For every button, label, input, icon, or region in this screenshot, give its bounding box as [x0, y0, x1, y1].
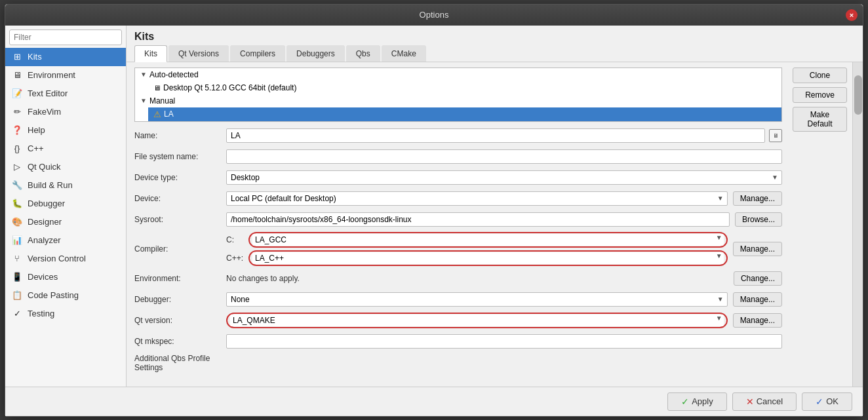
tab-cmake[interactable]: CMake — [382, 45, 426, 62]
sysroot-browse-button[interactable]: Browse... — [735, 212, 782, 227]
dialog-footer: ✓ Apply ✕ Cancel ✓ OK — [5, 387, 863, 416]
form-row-sysroot: Sysroot: Browse... — [134, 211, 782, 228]
tree-group-label: Manual — [149, 96, 175, 105]
debugger-select[interactable]: None — [226, 292, 728, 307]
close-button[interactable]: × — [846, 9, 858, 21]
sysroot-input[interactable] — [226, 212, 730, 227]
sidebar-item-kits[interactable]: ⊞ Kits — [5, 48, 126, 66]
cancel-x-icon: ✕ — [746, 396, 754, 407]
tab-qt-versions[interactable]: Qt Versions — [168, 45, 229, 62]
sidebar-item-version-control[interactable]: ⑂ Version Control — [5, 250, 126, 268]
tree-group-label: Auto-detected — [149, 70, 199, 79]
analyzer-icon: 📊 — [12, 235, 22, 246]
ok-check-icon: ✓ — [816, 396, 823, 407]
sidebar-item-code-pasting[interactable]: 📋 Code Pasting — [5, 286, 126, 305]
tree-auto-items: 🖥 Desktop Qt 5.12.0 GCC 64bit (default) — [135, 81, 781, 94]
sidebar-item-label: Analyzer — [28, 235, 61, 245]
warning-icon: ⚠ — [153, 109, 161, 119]
monitor-icon[interactable]: 🖥 — [769, 129, 782, 142]
debugger-icon: 🐛 — [12, 199, 22, 209]
tree-group-manual[interactable]: ▼ Manual — [135, 94, 781, 107]
filesystem-input[interactable] — [226, 149, 782, 164]
kits-left: ▼ Auto-detected 🖥 Desktop Qt 5.12.0 GCC … — [127, 62, 790, 387]
compiler-cxx-circled: LA_C++ ▼ — [248, 250, 728, 266]
qt-version-select[interactable]: LA_QMAKE — [230, 315, 724, 326]
qt-quick-icon: ▷ — [12, 162, 22, 172]
scrollbar-thumb[interactable] — [854, 75, 862, 115]
make-default-button[interactable]: Make Default — [793, 107, 847, 132]
environment-value: No changes to apply. — [226, 274, 728, 283]
compiler-cxx-label: C++: — [226, 254, 246, 263]
dialog-body: ⊞ Kits 🖥 Environment 📝 Text Editor ✏ Fak… — [5, 26, 863, 387]
sidebar-item-build-run[interactable]: 🔧 Build & Run — [5, 176, 126, 195]
form-row-environment: Environment: No changes to apply. Change… — [134, 270, 782, 287]
compiler-c-circled: LA_GCC ▼ — [248, 232, 728, 248]
tree-item-desktop-qt[interactable]: 🖥 Desktop Qt 5.12.0 GCC 64bit (default) — [148, 81, 781, 94]
tree-item-la[interactable]: ⚠ LA — [148, 107, 781, 121]
apply-button[interactable]: ✓ Apply — [667, 392, 727, 411]
device-type-label: Device type: — [134, 173, 226, 182]
form-row-compiler: Compiler: C: LA_GCC ▼ — [134, 232, 782, 266]
device-select[interactable]: Local PC (default for Desktop) — [226, 191, 728, 206]
compiler-manage-button[interactable]: Manage... — [733, 242, 782, 256]
qt-version-label: Qt version: — [134, 316, 226, 325]
kits-right-buttons: Clone Remove Make Default — [790, 62, 852, 387]
tree-item-label: Desktop Qt 5.12.0 GCC 64bit (default) — [163, 83, 296, 92]
device-type-select[interactable]: Desktop — [226, 170, 782, 185]
tab-qbs[interactable]: Qbs — [346, 45, 380, 62]
expand-arrow-icon: ▼ — [140, 97, 147, 104]
sidebar-item-fakevim[interactable]: ✏ FakeVim — [5, 103, 126, 121]
compiler-c-select[interactable]: LA_GCC — [252, 234, 724, 246]
sidebar: ⊞ Kits 🖥 Environment 📝 Text Editor ✏ Fak… — [5, 26, 127, 387]
dialog-title: Options — [420, 10, 449, 20]
compiler-cxx-select[interactable]: LA_C++ — [252, 252, 724, 264]
qt-mkspec-input[interactable] — [226, 334, 782, 349]
sidebar-item-designer[interactable]: 🎨 Designer — [5, 213, 126, 231]
scrollbar[interactable] — [852, 62, 863, 387]
form-row-device-type: Device type: Desktop ▼ — [134, 169, 782, 186]
sidebar-item-cpp[interactable]: {} C++ — [5, 140, 126, 158]
expand-arrow-icon: ▼ — [140, 71, 147, 78]
debugger-manage-button[interactable]: Manage... — [733, 292, 782, 307]
fakevim-icon: ✏ — [12, 107, 22, 117]
sidebar-item-qt-quick[interactable]: ▷ Qt Quick — [5, 158, 126, 176]
clone-button[interactable]: Clone — [793, 67, 847, 83]
compiler-c-label: C: — [226, 235, 246, 244]
form-row-additional: Additional Qbs Profile Settings — [134, 354, 782, 372]
sidebar-item-debugger[interactable]: 🐛 Debugger — [5, 195, 126, 213]
apply-check-icon: ✓ — [681, 396, 689, 407]
sidebar-item-text-editor[interactable]: 📝 Text Editor — [5, 85, 126, 103]
tab-compilers[interactable]: Compilers — [230, 45, 285, 62]
tree-group-auto-detected[interactable]: ▼ Auto-detected — [135, 68, 781, 81]
sidebar-item-label: FakeVim — [28, 107, 61, 117]
sidebar-item-label: Code Pasting — [28, 290, 79, 300]
name-input[interactable] — [226, 128, 765, 143]
qt-version-manage-button[interactable]: Manage... — [733, 313, 782, 328]
form-row-device: Device: Local PC (default for Desktop) ▼… — [134, 190, 782, 207]
device-label: Device: — [134, 194, 226, 203]
kits-icon: ⊞ — [12, 52, 22, 62]
sidebar-item-help[interactable]: ❓ Help — [5, 121, 126, 140]
cancel-button[interactable]: ✕ Cancel — [732, 392, 797, 411]
sidebar-item-devices[interactable]: 📱 Devices — [5, 268, 126, 286]
tab-kits[interactable]: Kits — [134, 45, 167, 62]
kits-tree: ▼ Auto-detected 🖥 Desktop Qt 5.12.0 GCC … — [134, 67, 782, 122]
sysroot-label: Sysroot: — [134, 215, 226, 224]
environment-change-button[interactable]: Change... — [734, 271, 782, 286]
device-type-select-wrap: Desktop ▼ — [226, 170, 782, 185]
filter-input[interactable] — [9, 29, 122, 45]
devices-icon: 📱 — [12, 272, 22, 282]
sidebar-item-label: Environment — [28, 70, 75, 80]
sidebar-item-label: C++ — [28, 143, 44, 153]
designer-icon: 🎨 — [12, 217, 22, 227]
sidebar-item-environment[interactable]: 🖥 Environment — [5, 66, 126, 85]
sidebar-item-label: Debugger — [28, 199, 65, 208]
environment-icon: 🖥 — [12, 70, 22, 81]
remove-button[interactable]: Remove — [793, 87, 847, 103]
ok-button[interactable]: ✓ OK — [802, 392, 852, 411]
sidebar-item-analyzer[interactable]: 📊 Analyzer — [5, 231, 126, 250]
sidebar-item-testing[interactable]: ✓ Testing — [5, 305, 126, 323]
tab-debuggers[interactable]: Debuggers — [286, 45, 345, 62]
compiler-label: Compiler: — [134, 244, 226, 254]
device-manage-button[interactable]: Manage... — [733, 191, 782, 206]
